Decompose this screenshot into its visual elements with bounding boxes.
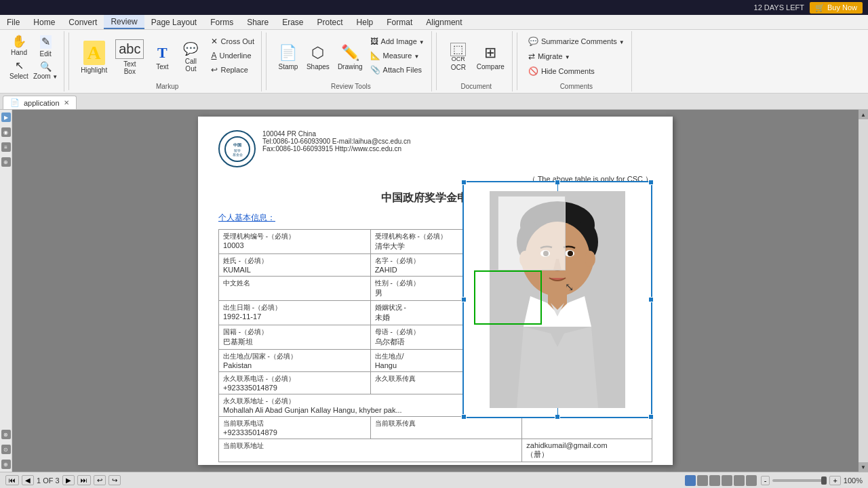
view-icons (685, 475, 757, 486)
left-panel-icon-1[interactable]: ▶ (1, 113, 11, 122)
resize-cursor-icon: ⤡ (565, 281, 574, 293)
edit-button[interactable]: ✎ Edit (31, 34, 60, 59)
menu-convert[interactable]: Convert (62, 15, 104, 29)
menu-help[interactable]: Help (350, 15, 380, 29)
menu-protect[interactable]: Protect (311, 15, 350, 29)
days-left-label: 12 DAYS LEFT (754, 3, 804, 12)
menu-format[interactable]: Format (380, 15, 419, 29)
photo-area: ⤡ (464, 182, 651, 417)
right-scrollbar: ▲ ▼ (859, 110, 868, 472)
underline-button[interactable]: A Underline (208, 49, 257, 62)
zoom-level: 100% (844, 476, 863, 485)
view-double-button[interactable] (697, 475, 708, 486)
left-panel-icon-7[interactable]: ⊕ (1, 460, 11, 469)
highlight-button[interactable]: A Highlight (77, 33, 111, 81)
ribbon-group-markup: A Highlight abc TextBox T Text 💬 CallOut (73, 31, 262, 92)
scroll-down-button[interactable]: ▼ (859, 462, 868, 472)
shapes-icon: ⬡ (311, 44, 324, 62)
ocr-button[interactable]: ⬚ OCR OCR (445, 33, 472, 81)
stamp-button[interactable]: 📄 Stamp (275, 33, 302, 81)
header-line3: Fax:0086-10-66093915 Http://www.csc.edu.… (262, 145, 652, 152)
menu-share[interactable]: Share (240, 15, 275, 29)
scroll-track[interactable] (859, 119, 868, 462)
hide-comments-icon: 🚫 (528, 66, 538, 76)
compare-icon: ⊞ (484, 44, 496, 62)
title-bar-right: 12 DAYS LEFT 🛒 Buy Now (754, 2, 863, 14)
measure-button[interactable]: 📐 Measure ▼ (368, 49, 427, 62)
attach-files-button[interactable]: 📎 Attach Files (368, 64, 427, 76)
nav-prev-button[interactable]: ◀ (22, 475, 34, 485)
header-line2: Tel:0086-10-66093900 E-mail:laihua@csc.e… (262, 138, 652, 145)
menu-forms[interactable]: Forms (203, 15, 240, 29)
nav-last-button[interactable]: ⏭ (77, 475, 91, 485)
compare-button[interactable]: ⊞ Compare (473, 33, 508, 81)
ribbon-group-select: ✋ Hand ↖ Select ✎ Edit 🔍 Zoom ▼ (3, 31, 64, 92)
zoom-button[interactable]: 🔍 Zoom ▼ (31, 60, 60, 81)
callout-icon: 💬 (183, 41, 198, 56)
nav-first-button[interactable]: ⏮ (5, 475, 19, 485)
menu-home[interactable]: Home (26, 15, 62, 29)
view-single-button[interactable] (685, 475, 696, 486)
shapes-button[interactable]: ⬡ Shapes (303, 33, 333, 81)
zoom-control: - + 100% (761, 476, 863, 485)
hide-comments-button[interactable]: 🚫 Hide Comments (526, 65, 597, 77)
nav-forward-button[interactable]: ↪ (108, 475, 121, 485)
menu-file[interactable]: File (0, 15, 26, 29)
doc-area: 中国 留学 基金会 100044 PR China Tel:0086-10-66… (12, 110, 859, 472)
menu-pagelayout[interactable]: Page Layout (144, 15, 203, 29)
edit-icon: ✎ (40, 35, 52, 49)
add-image-icon: 🖼 (370, 37, 378, 46)
nav-back-button[interactable]: ↩ (94, 475, 106, 485)
status-right: - + 100% (685, 475, 863, 486)
scroll-up-button[interactable]: ▲ (859, 110, 868, 119)
crossout-icon: ✕ (211, 37, 218, 46)
left-panel-icon-6[interactable]: ⊙ (1, 445, 11, 454)
view-full-button[interactable] (722, 475, 732, 486)
stamp-icon: 📄 (279, 44, 297, 62)
left-panel-icon-2[interactable]: ◉ (1, 127, 11, 137)
zoom-out-button[interactable]: - (761, 476, 770, 485)
menu-review[interactable]: Review (104, 15, 144, 29)
ribbon-group-reviewtools: 📄 Stamp ⬡ Shapes ✏️ Drawing 🖼 Add Image … (271, 31, 432, 92)
zoom-icon: 🔍 (40, 62, 52, 71)
menu-alignment[interactable]: Alignment (419, 15, 469, 29)
buy-now-button[interactable]: 🛒 Buy Now (810, 2, 863, 14)
view-extra2-button[interactable] (746, 475, 757, 486)
attach-files-icon: 📎 (370, 65, 380, 75)
svg-text:中国: 中国 (233, 142, 241, 147)
textbox-icon: abc (115, 39, 144, 59)
text-icon: T (157, 44, 167, 62)
view-extra-button[interactable] (734, 475, 745, 486)
zoom-slider[interactable] (772, 479, 827, 482)
image-overlay[interactable]: ⤡ (462, 181, 652, 418)
hand-button[interactable]: ✋ Hand (7, 34, 31, 58)
tab-bar: 📄 application ✕ (0, 94, 868, 110)
select-button[interactable]: ↖ Select (7, 59, 31, 81)
tab-close-button[interactable]: ✕ (64, 99, 69, 106)
crossout-button[interactable]: ✕ Cross Out (208, 35, 257, 47)
highlight-icon: A (83, 41, 105, 65)
table-row: 当前联系电话+923335014879 当前联系传真 (219, 417, 652, 439)
left-panel-icon-5[interactable]: ⊗ (1, 430, 11, 439)
menu-erase[interactable]: Erase (275, 15, 310, 29)
left-panel-icon-3[interactable]: ≡ (1, 142, 11, 152)
migrate-button[interactable]: ⇄ Migrate ▼ (526, 50, 573, 62)
summarize-comments-button[interactable]: 💬 Summarize Comments ▼ (526, 35, 627, 47)
textbox-button[interactable]: abc TextBox (112, 33, 147, 81)
replace-button[interactable]: ↩ Replace (208, 64, 257, 76)
left-panel-icon-4[interactable]: ⊕ (1, 157, 11, 167)
doc-page: 中国 留学 基金会 100044 PR China Tel:0086-10-66… (198, 117, 673, 465)
ribbon: ✋ Hand ↖ Select ✎ Edit 🔍 Zoom ▼ A (0, 30, 868, 94)
drawing-icon: ✏️ (341, 44, 359, 62)
text-button[interactable]: T Text (149, 33, 176, 81)
add-image-button[interactable]: 🖼 Add Image ▼ (368, 35, 427, 47)
zoom-in-button[interactable]: + (829, 476, 840, 485)
select-icon: ↖ (15, 60, 24, 71)
view-fit-button[interactable] (709, 475, 720, 486)
migrate-icon: ⇄ (528, 52, 535, 61)
face-overlay-box (498, 196, 566, 270)
callout-button[interactable]: 💬 CallOut (177, 33, 204, 81)
tab-application[interactable]: 📄 application ✕ (3, 96, 77, 109)
nav-next-button[interactable]: ▶ (62, 475, 75, 485)
drawing-button[interactable]: ✏️ Drawing (334, 33, 366, 81)
